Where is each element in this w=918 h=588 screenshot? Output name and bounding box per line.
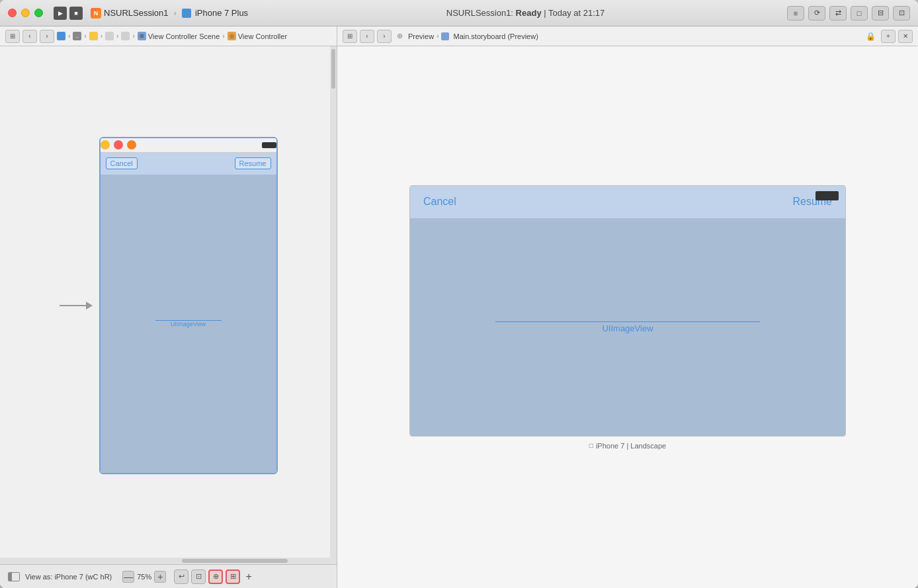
view-as-label: View as: iPhone 7 (wC hR) xyxy=(25,573,112,581)
breadcrumb-sep-5: › xyxy=(132,32,134,40)
cancel-button-mockup[interactable]: Cancel xyxy=(106,157,138,169)
right-breadcrumb-preview[interactable]: Preview xyxy=(408,32,434,40)
main-area: ⊞ ‹ › › ... › › › xyxy=(0,26,918,588)
project-icon: N xyxy=(91,8,101,19)
sidebar-left-portion xyxy=(9,573,12,581)
right-close-button[interactable]: ✕ xyxy=(898,30,913,43)
status-time: Today at 21:17 xyxy=(548,8,605,18)
zoom-controls: — 75% + xyxy=(122,571,166,583)
right-grid-button[interactable]: ⊞ xyxy=(343,30,357,43)
close-button[interactable] xyxy=(8,9,17,17)
entry-arrow xyxy=(60,302,93,310)
status-ready: Ready xyxy=(516,8,542,18)
preview-container: Cancel Resume UIImageView xyxy=(409,185,846,450)
right-add-button[interactable]: + xyxy=(881,30,896,43)
bottom-tools: ↩ ⊡ ⊕ ⊞ + xyxy=(174,569,255,584)
project-name: NSURLSession1 xyxy=(104,8,169,18)
breadcrumb-sep-3: › xyxy=(101,32,103,40)
preview-area: Cancel Resume UIImageView xyxy=(337,46,918,588)
breadcrumb-file-1[interactable] xyxy=(105,32,114,40)
right-breadcrumb-file[interactable]: Main.storyboard (Preview) xyxy=(441,32,538,40)
minimize-button[interactable] xyxy=(21,9,30,17)
breadcrumb-vc[interactable]: ◎ View Controller xyxy=(228,32,287,40)
sim-yellow xyxy=(101,140,110,149)
preview-uiimageview-line xyxy=(495,321,760,322)
battery-indicator-small xyxy=(262,142,276,148)
add-button[interactable]: + xyxy=(243,571,255,583)
undo-button[interactable]: ↩ xyxy=(174,569,188,584)
storyboard-icon: ⊞ xyxy=(138,32,146,40)
vertical-scrollbar[interactable] xyxy=(330,46,337,564)
breadcrumb-storyboard[interactable]: ⊞ View Controller Scene xyxy=(138,32,220,40)
right-navbar: ⊞ ‹ › ⊕ Preview › Main.storyboard (Previ… xyxy=(337,26,918,46)
iphone-nav-bar: Cancel Resume xyxy=(101,153,276,175)
device-label-text: iPhone 7 | Landscape xyxy=(596,442,666,450)
sidebar-toggle[interactable] xyxy=(8,572,20,581)
forward-button[interactable]: › xyxy=(40,30,54,43)
right-breadcrumb-sep: › xyxy=(437,32,438,40)
breadcrumb-folder[interactable] xyxy=(89,32,98,40)
storyboard-container: Cancel Resume UIImageView xyxy=(60,137,278,474)
vc-icon: ◎ xyxy=(228,32,236,40)
left-pane: ⊞ ‹ › › ... › › › xyxy=(0,26,337,588)
tool-button-1[interactable]: ⊡ xyxy=(191,569,206,584)
status-bar: NSURLSession1: Ready | Today at 21:17 xyxy=(264,8,787,18)
device-name: iPhone 7 Plus xyxy=(195,8,248,18)
status-prefix: NSURLSession1: xyxy=(446,8,516,18)
back-forward-button[interactable]: ⇄ xyxy=(829,6,847,21)
device-small-icon: □ xyxy=(589,442,593,449)
preview-uiimageview-label: UIImageView xyxy=(602,323,653,333)
zoom-out-button[interactable]: — xyxy=(122,571,134,583)
breadcrumb-sep-1: › xyxy=(68,32,70,40)
folder-icon xyxy=(89,32,98,40)
refresh-button[interactable]: ⟳ xyxy=(808,6,825,21)
storyboard-file-icon xyxy=(441,32,449,40)
storyboard-preview-label: Main.storyboard (Preview) xyxy=(453,32,538,40)
sim-orange xyxy=(127,140,136,149)
stop-button[interactable] xyxy=(69,7,83,20)
navigator-button[interactable]: ⊡ xyxy=(893,6,910,21)
split-pane-button[interactable]: ⊟ xyxy=(872,6,889,21)
preview-globe-icon: ⊕ xyxy=(397,32,403,40)
titlebar: N NSURLSession1 › iPhone 7 Plus NSURLSes… xyxy=(0,0,918,26)
preview-battery xyxy=(815,191,839,200)
breadcrumb-file-2[interactable] xyxy=(121,32,130,40)
preview-cancel-button[interactable]: Cancel xyxy=(423,196,456,208)
vertical-scrollbar-thumb[interactable] xyxy=(331,49,335,89)
main-window: N NSURLSession1 › iPhone 7 Plus NSURLSes… xyxy=(0,0,918,588)
tool-button-3[interactable]: ⊞ xyxy=(226,569,240,584)
run-button[interactable] xyxy=(54,7,67,20)
bottom-bar: View as: iPhone 7 (wC hR) — 75% + ↩ ⊡ ⊕ … xyxy=(0,564,337,588)
iphone-screen: Cancel Resume UIImageView xyxy=(101,153,276,473)
device-icon xyxy=(182,9,191,18)
iphone-mockup[interactable]: Cancel Resume UIImageView xyxy=(99,137,278,474)
back-button[interactable]: ‹ xyxy=(22,30,37,43)
preview-content: UIImageView xyxy=(410,219,845,436)
zoom-in-button[interactable]: + xyxy=(154,571,166,583)
project-info: N NSURLSession1 › iPhone 7 Plus xyxy=(91,8,248,19)
tool-button-2[interactable]: ⊕ xyxy=(208,569,223,584)
grid-view-button[interactable]: ⊞ xyxy=(5,30,20,43)
preview-uiimageview: UIImageView xyxy=(495,321,760,333)
right-pane: ⊞ ‹ › ⊕ Preview › Main.storyboard (Previ… xyxy=(337,26,918,588)
breadcrumb-scene-label: View Controller Scene xyxy=(148,32,220,40)
breadcrumb-sep-2: › xyxy=(84,32,86,40)
breadcrumb-sep-6: › xyxy=(222,32,224,40)
maximize-button[interactable] xyxy=(34,9,43,17)
breadcrumb-file-icon[interactable] xyxy=(57,32,65,40)
horizontal-scrollbar[interactable] xyxy=(0,558,337,564)
editor-layout-button[interactable]: ≡ xyxy=(787,6,804,21)
right-forward-button[interactable]: › xyxy=(377,30,392,43)
preview-nav-bar: Cancel Resume xyxy=(410,186,845,219)
right-back-button[interactable]: ‹ xyxy=(360,30,374,43)
uiimageview-text: UIImageView xyxy=(171,321,206,327)
horizontal-scrollbar-thumb[interactable] xyxy=(182,559,288,563)
resume-button-mockup[interactable]: Resume xyxy=(235,157,271,169)
breadcrumb-dots[interactable]: ... xyxy=(73,32,81,40)
dots-icon: ... xyxy=(73,32,81,40)
preview-screen: Cancel Resume UIImageView xyxy=(410,186,845,436)
arrow-head xyxy=(86,302,93,310)
single-pane-button[interactable]: □ xyxy=(851,6,868,21)
uiimageview-label: UIImageView xyxy=(155,320,222,327)
left-navbar: ⊞ ‹ › › ... › › › xyxy=(0,26,337,46)
